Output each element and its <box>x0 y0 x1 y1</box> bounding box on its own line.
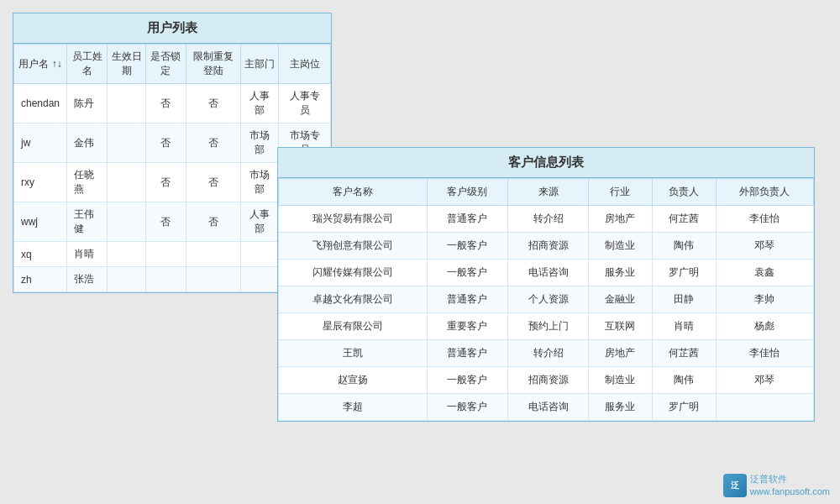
main-wrapper: 用户列表 用户名 ↑↓ 员工姓名 生效日期 是否锁定 限制重复登陆 主部门 主岗… <box>0 0 840 504</box>
watermark: 泛 泛普软件 www.fanpusoft.com <box>723 473 830 497</box>
customer-source-cell: 转介绍 <box>507 340 588 367</box>
user-cell <box>186 242 241 267</box>
col-limitlogin: 限制重复登陆 <box>186 45 241 84</box>
customer-name-cell: 飞翔创意有限公司 <box>279 233 428 260</box>
col-custname: 客户名称 <box>279 179 428 206</box>
user-table-row: chendan陈丹否否人事部人事专员 <box>14 84 331 123</box>
customer-name-cell: 赵宣扬 <box>279 367 428 394</box>
user-cell: zh <box>14 267 67 292</box>
user-cell: 否 <box>145 84 186 123</box>
customer-level-cell: 一般客户 <box>427 260 507 286</box>
customer-industry-cell: 服务业 <box>589 260 653 286</box>
customer-table-row: 卓越文化有限公司普通客户个人资源金融业田静李帅 <box>279 286 814 313</box>
user-cell: 陈丹 <box>67 84 108 123</box>
user-cell: 王伟健 <box>67 202 108 242</box>
user-cell: 市场部 <box>240 123 278 163</box>
user-cell <box>108 267 146 292</box>
user-cell: 否 <box>145 202 186 242</box>
watermark-icon: 泛 <box>723 474 747 497</box>
user-cell: rxy <box>14 163 67 202</box>
user-cell <box>145 242 186 267</box>
customer-level-cell: 重要客户 <box>427 313 507 340</box>
customer-table-row: 赵宣扬一般客户招商资源制造业陶伟邓琴 <box>279 367 814 394</box>
col-custlevel: 客户级别 <box>427 179 507 206</box>
watermark-line1: 泛普软件 <box>750 473 830 485</box>
customer-source-cell: 预约上门 <box>507 313 588 340</box>
customer-extmanager-cell: 邓琴 <box>716 367 813 394</box>
user-cell: 否 <box>186 202 241 242</box>
user-cell: chendan <box>14 84 67 123</box>
customer-level-cell: 普通客户 <box>427 206 507 233</box>
customer-manager-cell[interactable]: 何芷茜 <box>652 340 716 367</box>
customer-industry-cell: 服务业 <box>589 394 653 421</box>
customer-manager-cell[interactable]: 何芷茜 <box>652 206 716 233</box>
customer-name-cell: 星辰有限公司 <box>279 313 428 340</box>
customer-level-cell: 普通客户 <box>427 286 507 313</box>
customer-name-cell: 闪耀传媒有限公司 <box>279 260 428 286</box>
col-username: 用户名 ↑↓ <box>14 45 67 84</box>
customer-level-cell: 一般客户 <box>427 233 507 260</box>
user-cell <box>108 202 146 242</box>
customer-industry-cell: 制造业 <box>589 367 653 394</box>
user-cell <box>240 242 278 267</box>
customer-industry-cell: 房地产 <box>589 206 653 233</box>
watermark-line2: www.fanpusoft.com <box>750 486 830 497</box>
customer-extmanager-cell: 邓琴 <box>716 233 813 260</box>
customer-source-cell: 转介绍 <box>507 206 588 233</box>
user-cell: 否 <box>186 123 241 163</box>
customer-manager-cell: 肖晴 <box>652 313 716 340</box>
customer-table-row: 飞翔创意有限公司一般客户招商资源制造业陶伟邓琴 <box>279 233 814 260</box>
user-cell: 否 <box>186 163 241 202</box>
col-industry: 行业 <box>589 179 653 206</box>
customer-level-cell: 一般客户 <box>427 394 507 421</box>
user-cell: 人事专员 <box>279 84 331 123</box>
customer-name-cell: 瑞兴贸易有限公司 <box>279 206 428 233</box>
customer-table-row: 李超一般客户电话咨询服务业罗广明 <box>279 394 814 421</box>
user-cell <box>186 267 241 292</box>
customer-manager-cell: 田静 <box>652 286 716 313</box>
user-cell: 人事部 <box>240 202 278 242</box>
user-cell <box>108 242 146 267</box>
customer-manager-cell[interactable]: 陶伟 <box>652 367 716 394</box>
customer-table-row: 星辰有限公司重要客户预约上门互联网肖晴杨彪 <box>279 313 814 340</box>
user-cell: 肖晴 <box>67 242 108 267</box>
customer-level-cell: 一般客户 <box>427 367 507 394</box>
watermark-icon-text: 泛 <box>731 480 739 491</box>
user-cell <box>240 267 278 292</box>
customer-source-cell: 个人资源 <box>507 286 588 313</box>
user-cell: 市场部 <box>240 163 278 202</box>
customer-extmanager-cell: 杨彪 <box>716 313 813 340</box>
col-manager: 负责人 <box>652 179 716 206</box>
customer-extmanager-cell: 李佳怡 <box>716 206 813 233</box>
user-cell: xq <box>14 242 67 267</box>
customer-source-cell: 招商资源 <box>507 233 588 260</box>
customer-source-cell: 招商资源 <box>507 367 588 394</box>
customer-extmanager-cell <box>716 394 813 421</box>
customer-table-row: 瑞兴贸易有限公司普通客户转介绍房地产何芷茜李佳怡 <box>279 206 814 233</box>
col-source: 来源 <box>507 179 588 206</box>
col-extmanager: 外部负责人 <box>716 179 813 206</box>
customer-name-cell: 王凯 <box>279 340 428 367</box>
customer-industry-cell: 房地产 <box>589 340 653 367</box>
user-cell: 金伟 <box>67 123 108 163</box>
customer-name-cell: 卓越文化有限公司 <box>279 286 428 313</box>
customer-level-cell: 普通客户 <box>427 340 507 367</box>
customer-name-cell: 李超 <box>279 394 428 421</box>
customer-extmanager-cell: 李帅 <box>716 286 813 313</box>
user-cell <box>108 84 146 123</box>
user-cell: 否 <box>145 163 186 202</box>
customer-industry-cell: 互联网 <box>589 313 653 340</box>
user-cell: 人事部 <box>240 84 278 123</box>
customer-table-row: 王凯普通客户转介绍房地产何芷茜李佳怡 <box>279 340 814 367</box>
customer-table-title: 客户信息列表 <box>278 148 814 178</box>
user-cell <box>108 123 146 163</box>
customer-manager-cell[interactable]: 陶伟 <box>652 233 716 260</box>
user-table-title: 用户列表 <box>13 13 331 44</box>
customer-source-cell: 电话咨询 <box>507 394 588 421</box>
customer-industry-cell: 制造业 <box>589 233 653 260</box>
customer-source-cell: 电话咨询 <box>507 260 588 286</box>
customer-list-table-container: 客户信息列表 客户名称 客户级别 来源 行业 负责人 外部负责人 瑞兴贸易有限公… <box>277 147 815 422</box>
user-cell: jw <box>14 123 67 163</box>
col-empname: 员工姓名 <box>67 45 108 84</box>
customer-extmanager-cell: 袁鑫 <box>716 260 813 286</box>
